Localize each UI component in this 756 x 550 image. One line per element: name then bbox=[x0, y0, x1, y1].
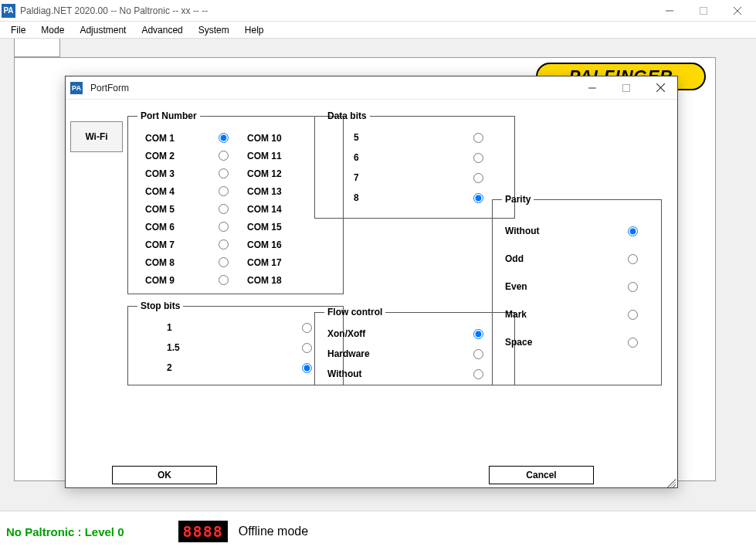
dialog-window-controls bbox=[575, 76, 677, 100]
data-bits-option[interactable]: 5 bbox=[324, 127, 505, 148]
port-radio[interactable] bbox=[219, 168, 229, 178]
group-port-number: Port Number COM 1COM 2COM 3COM 4COM 5COM… bbox=[127, 110, 344, 294]
port-option-label: COM 15 bbox=[247, 222, 282, 233]
flow-control-radio[interactable] bbox=[473, 369, 483, 379]
menu-adjustment[interactable]: Adjustment bbox=[72, 23, 134, 37]
port-option-label: COM 18 bbox=[247, 275, 282, 286]
data-bits-option-label: 5 bbox=[354, 132, 359, 143]
group-parity: Parity WithoutOddEvenMarkSpace bbox=[492, 194, 662, 385]
port-option-label: COM 5 bbox=[145, 204, 175, 215]
svg-rect-5 bbox=[623, 84, 630, 91]
stop-bits-option[interactable]: 2 bbox=[137, 358, 334, 378]
stop-bits-legend: Stop bits bbox=[137, 300, 183, 311]
port-radio[interactable] bbox=[219, 151, 229, 161]
port-radio[interactable] bbox=[219, 275, 229, 285]
data-bits-option-label: 7 bbox=[354, 172, 359, 183]
port-radio[interactable] bbox=[219, 133, 229, 143]
flow-control-option-label: Xon/Xoff bbox=[327, 328, 365, 339]
status-mode: Offline mode bbox=[239, 525, 308, 538]
data-bits-option[interactable]: 8 bbox=[324, 188, 505, 208]
parity-option[interactable]: Odd bbox=[502, 245, 652, 273]
port-option[interactable]: COM 4 bbox=[137, 182, 232, 200]
port-option[interactable]: COM 2 bbox=[137, 147, 232, 165]
stop-bits-option[interactable]: 1 bbox=[137, 317, 334, 338]
dialog-titlebar[interactable]: PA PortForm bbox=[66, 76, 677, 100]
port-radio[interactable] bbox=[219, 257, 229, 267]
portform-dialog: PA PortForm Wi-Fi Port Number COM 1COM 2… bbox=[65, 76, 678, 488]
parity-radio[interactable] bbox=[628, 338, 638, 348]
port-radio[interactable] bbox=[219, 222, 229, 232]
port-option[interactable]: COM 8 bbox=[137, 253, 232, 271]
port-option[interactable]: COM 1 bbox=[137, 129, 232, 147]
parity-option-label: Without bbox=[505, 226, 540, 236]
port-option-label: COM 7 bbox=[145, 239, 175, 250]
status-lcd: 8888 bbox=[178, 521, 228, 542]
data-bits-option[interactable]: 7 bbox=[324, 168, 505, 188]
dialog-body: Wi-Fi Port Number COM 1COM 2COM 3COM 4CO… bbox=[66, 100, 677, 489]
cancel-button[interactable]: Cancel bbox=[489, 466, 594, 484]
port-option-label: COM 8 bbox=[145, 257, 175, 268]
port-radio[interactable] bbox=[219, 239, 229, 250]
port-radio[interactable] bbox=[219, 186, 229, 196]
menu-file[interactable]: File bbox=[3, 23, 33, 37]
port-option[interactable]: COM 3 bbox=[137, 165, 232, 182]
port-option[interactable]: COM 9 bbox=[137, 271, 232, 289]
status-bar: No Paltronic : Level 0 8888 Offline mode bbox=[0, 513, 756, 550]
port-option[interactable]: COM 7 bbox=[137, 236, 232, 253]
maximize-button[interactable] bbox=[687, 0, 720, 22]
data-bits-radio[interactable] bbox=[473, 153, 483, 163]
port-option-label: COM 4 bbox=[145, 186, 175, 197]
port-option[interactable]: COM 6 bbox=[137, 218, 232, 236]
menu-system[interactable]: System bbox=[191, 23, 237, 37]
flow-control-legend: Flow control bbox=[324, 307, 385, 317]
data-bits-radio[interactable] bbox=[473, 193, 483, 203]
stop-bits-option-label: 2 bbox=[167, 362, 172, 373]
flow-control-option[interactable]: Hardware bbox=[324, 344, 505, 364]
flow-control-radio[interactable] bbox=[473, 349, 483, 359]
parity-radio[interactable] bbox=[628, 310, 638, 320]
port-option-label: COM 1 bbox=[145, 133, 175, 144]
data-bits-radio[interactable] bbox=[473, 173, 483, 183]
parity-option[interactable]: Space bbox=[502, 328, 652, 356]
data-bits-option-label: 8 bbox=[354, 192, 359, 203]
flow-control-option-label: Without bbox=[327, 368, 362, 379]
port-option-label: COM 14 bbox=[247, 204, 282, 215]
data-bits-option[interactable]: 6 bbox=[324, 148, 505, 168]
parity-option[interactable]: Mark bbox=[502, 300, 652, 328]
dialog-close-button[interactable] bbox=[643, 76, 677, 100]
stop-bits-option[interactable]: 1.5 bbox=[137, 338, 334, 358]
menu-help[interactable]: Help bbox=[237, 23, 272, 37]
flow-control-option[interactable]: Xon/Xoff bbox=[324, 324, 505, 344]
port-option[interactable]: COM 5 bbox=[137, 200, 232, 218]
stop-bits-radio[interactable] bbox=[302, 343, 312, 353]
menu-mode[interactable]: Mode bbox=[33, 23, 72, 37]
resize-grip[interactable] bbox=[665, 477, 676, 487]
status-connection: No Paltronic : Level 0 bbox=[6, 525, 124, 538]
flow-control-option[interactable]: Without bbox=[324, 364, 505, 384]
ok-button[interactable]: OK bbox=[112, 466, 217, 484]
port-option[interactable]: COM 16 bbox=[239, 236, 334, 253]
window-controls bbox=[653, 0, 754, 22]
port-option[interactable]: COM 17 bbox=[239, 253, 334, 271]
menu-advanced[interactable]: Advanced bbox=[134, 23, 190, 37]
data-bits-radio[interactable] bbox=[473, 133, 483, 143]
wifi-button[interactable]: Wi-Fi bbox=[70, 121, 123, 152]
parity-radio[interactable] bbox=[628, 254, 638, 264]
flow-control-radio[interactable] bbox=[473, 329, 483, 339]
port-radio[interactable] bbox=[219, 204, 229, 214]
dialog-maximize-button[interactable] bbox=[609, 76, 643, 100]
stop-bits-radio[interactable] bbox=[302, 323, 312, 333]
parity-radio[interactable] bbox=[628, 282, 638, 292]
parity-option[interactable]: Even bbox=[502, 273, 652, 300]
dialog-minimize-button[interactable] bbox=[575, 76, 609, 100]
stop-bits-radio[interactable] bbox=[302, 363, 312, 373]
port-option-label: COM 11 bbox=[247, 151, 282, 161]
parity-option-label: Even bbox=[505, 281, 527, 292]
parity-radio[interactable] bbox=[628, 226, 638, 236]
parity-option[interactable]: Without bbox=[502, 217, 652, 245]
port-option[interactable]: COM 18 bbox=[239, 271, 334, 289]
tab-stub[interactable] bbox=[14, 39, 60, 57]
port-option[interactable]: COM 15 bbox=[239, 218, 334, 236]
minimize-button[interactable] bbox=[653, 0, 687, 22]
close-button[interactable] bbox=[720, 0, 754, 22]
